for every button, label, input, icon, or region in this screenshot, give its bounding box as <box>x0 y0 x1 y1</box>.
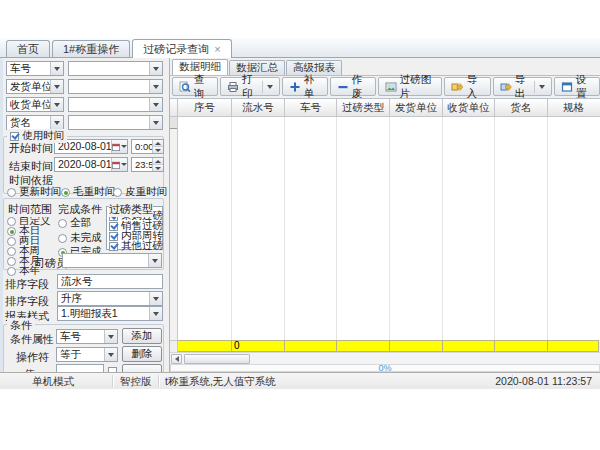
status-divider <box>158 375 159 387</box>
grid-column <box>232 117 285 341</box>
chevron-down-icon[interactable] <box>149 62 162 75</box>
filter-field-1-name-combo[interactable]: 车号 <box>6 61 64 76</box>
radio-tare-time-label: 皮重时间 <box>125 185 167 199</box>
filter-field-2-name-combo[interactable]: 发货单位 <box>6 79 64 94</box>
radio-finish-unfinished[interactable]: 未完成 <box>58 231 102 245</box>
filter-field-3-value-combo[interactable] <box>68 97 163 112</box>
delete-condition-button[interactable]: 删除 <box>122 346 162 362</box>
filter-field-2-value-combo[interactable] <box>68 79 163 94</box>
column-header-seq[interactable]: 序号 <box>178 99 232 116</box>
weigh-photo-button[interactable]: 过磅图片 <box>378 77 443 96</box>
start-time-value: 0:00:00 <box>132 140 152 153</box>
condition-operator-value: 等于 <box>57 348 104 361</box>
status-system-name: t称重系统,无人值守系统 <box>165 373 276 389</box>
plus-icon <box>289 81 301 93</box>
chevron-down-icon[interactable] <box>50 116 63 129</box>
grid-column <box>337 117 390 341</box>
filter-field-4-name-combo[interactable]: 货名 <box>6 115 64 130</box>
chevron-down-icon[interactable] <box>267 85 273 89</box>
condition-value-input[interactable] <box>56 364 104 372</box>
radio-icon <box>58 234 67 243</box>
add-condition-label: 添加 <box>132 329 153 343</box>
radio-tare-time[interactable]: 皮重时间 <box>113 185 167 199</box>
tab-weighing-operation[interactable]: 1#称重操作 <box>52 40 130 57</box>
tab-data-detail-label: 数据明细 <box>179 60 221 72</box>
tab-home[interactable]: 首页 <box>6 40 50 57</box>
column-header-serial[interactable]: 流水号 <box>232 99 285 116</box>
end-time-spinner[interactable]: 23:59:59 <box>131 157 164 172</box>
column-header-vehicle[interactable]: 车号 <box>285 99 337 116</box>
chevron-down-icon[interactable] <box>104 330 117 343</box>
chevron-down-icon[interactable] <box>104 348 117 361</box>
condition-extra-button[interactable] <box>122 364 162 372</box>
radio-icon <box>7 267 16 276</box>
summary-cell-count: 0 <box>232 340 285 352</box>
settings-button[interactable]: 设置 <box>554 77 600 96</box>
radio-update-time[interactable]: 更新时间 <box>7 185 61 199</box>
chevron-down-icon[interactable] <box>149 116 162 129</box>
use-time-checkbox[interactable]: 使用时间 <box>7 129 67 143</box>
spinner-icon[interactable] <box>152 140 163 153</box>
finish-condition-title: 完成条件 <box>58 202 102 217</box>
chevron-down-icon[interactable] <box>50 62 63 75</box>
export-button[interactable]: 导出 <box>493 77 552 96</box>
condition-attr-label: 条件属性 <box>10 332 54 347</box>
chevron-down-icon[interactable] <box>149 98 162 111</box>
calendar-icon[interactable] <box>111 140 127 153</box>
supplement-order-button[interactable]: 补单 <box>282 77 328 96</box>
chevron-down-icon[interactable] <box>149 292 162 305</box>
condition-title: 条件 <box>7 318 35 333</box>
chevron-down-icon[interactable] <box>539 85 545 89</box>
radio-icon <box>58 219 67 228</box>
status-edition: 智控版 <box>120 373 152 389</box>
scroll-left-icon[interactable] <box>171 354 182 364</box>
spinner-icon[interactable] <box>152 158 163 171</box>
radio-finish-unfinished-label: 未完成 <box>70 231 102 245</box>
grid-body[interactable] <box>170 117 600 341</box>
calendar-icon[interactable] <box>111 158 127 171</box>
query-button[interactable]: 查询 <box>172 77 218 96</box>
chevron-down-icon[interactable] <box>149 307 162 320</box>
radio-gross-time[interactable]: 毛重时间 <box>61 185 115 199</box>
check-other-weigh[interactable]: 其他过磅 <box>109 239 163 253</box>
filter-field-1-value-combo[interactable] <box>68 61 163 76</box>
column-header-sender[interactable]: 发货单位 <box>390 99 443 116</box>
filter-field-3-name: 收货单位 <box>7 98 50 111</box>
grid-column <box>548 117 599 341</box>
sort-order-combo[interactable]: 升序 <box>57 291 163 306</box>
import-button-label: 导入 <box>466 73 483 101</box>
chevron-down-icon[interactable] <box>50 98 63 111</box>
void-order-label: 作废 <box>352 73 369 101</box>
chevron-down-icon[interactable] <box>50 80 63 93</box>
add-condition-button[interactable]: 添加 <box>122 328 162 344</box>
chevron-down-icon[interactable] <box>148 254 161 267</box>
tab-weighing-operation-label: 1#称重操作 <box>63 42 119 57</box>
scrollbar-thumb[interactable] <box>184 354 250 364</box>
weigher-combo[interactable] <box>62 253 162 268</box>
condition-attr-value: 车号 <box>57 330 104 343</box>
grid-header-row: 序号 流水号 车号 过磅类型 发货单位 收货单位 货名 规格 <box>170 99 600 117</box>
chevron-down-icon[interactable] <box>149 80 162 93</box>
condition-operator-combo[interactable]: 等于 <box>56 347 118 362</box>
filter-field-4-value-combo[interactable] <box>68 115 163 130</box>
sort-field-input[interactable]: 流水号 <box>57 274 163 289</box>
tab-advanced-report-label: 高级报表 <box>293 61 335 73</box>
end-date-picker[interactable]: 2020-08-01 <box>54 157 128 172</box>
filter-field-3-name-combo[interactable]: 收货单位 <box>6 97 64 112</box>
column-header-goods[interactable]: 货名 <box>495 99 548 116</box>
print-button[interactable]: 打印 <box>220 77 279 96</box>
tab-close-icon[interactable]: × <box>214 44 220 55</box>
column-header-weigh-type[interactable]: 过磅类型 <box>337 99 390 116</box>
filter-field-2-name: 发货单位 <box>7 80 50 93</box>
import-button[interactable]: 导入 <box>444 77 490 96</box>
column-header-spec[interactable]: 规格 <box>548 99 599 116</box>
query-button-label: 查询 <box>194 73 211 101</box>
column-header-receiver[interactable]: 收货单位 <box>443 99 495 116</box>
start-time-spinner[interactable]: 0:00:00 <box>131 139 164 154</box>
printer-icon <box>227 81 239 93</box>
condition-attr-combo[interactable]: 车号 <box>56 329 118 344</box>
void-order-button[interactable]: 作废 <box>330 77 376 96</box>
tab-weighing-record-query[interactable]: 过磅记录查询 × <box>132 39 231 58</box>
report-style-combo[interactable]: 1.明细报表1 <box>57 306 163 321</box>
radio-finish-all[interactable]: 全部 <box>58 216 91 230</box>
